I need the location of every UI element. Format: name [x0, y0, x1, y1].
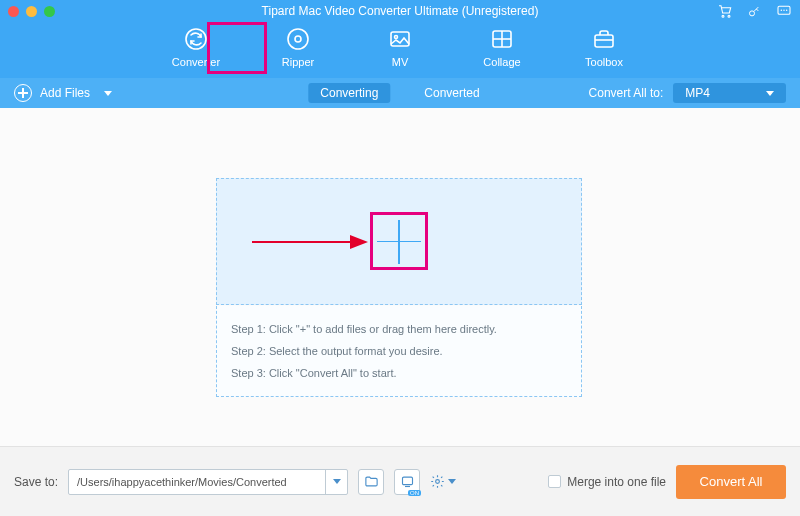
save-path-field[interactable] [68, 469, 348, 495]
svg-point-8 [395, 36, 398, 39]
close-window-button[interactable] [8, 6, 19, 17]
cart-icon[interactable] [717, 3, 733, 19]
svg-point-0 [722, 15, 724, 17]
add-files-label: Add Files [40, 86, 90, 100]
plus-circle-icon [14, 84, 32, 102]
convert-all-to-label: Convert All to: [589, 86, 664, 100]
chevron-down-icon [448, 479, 456, 484]
status-tabs: Converting Converted [308, 83, 491, 103]
drop-zone[interactable] [216, 178, 582, 305]
feedback-icon[interactable] [776, 3, 792, 19]
convert-all-to: Convert All to: MP4 [589, 83, 786, 103]
chevron-down-icon [104, 91, 112, 96]
mv-icon [387, 26, 413, 52]
merge-checkbox[interactable]: Merge into one file [548, 475, 666, 489]
window-title: Tipard Mac Video Converter Ultimate (Unr… [0, 4, 800, 18]
step-2: Step 2: Select the output format you des… [231, 340, 567, 362]
svg-point-2 [750, 10, 755, 15]
nav-label: MV [392, 56, 409, 68]
save-path-input[interactable] [69, 476, 325, 488]
svg-point-5 [288, 29, 308, 49]
minimize-window-button[interactable] [26, 6, 37, 17]
main-area: Step 1: Click "+" to add files or drag t… [0, 108, 800, 446]
nav-converter[interactable]: Converter [166, 26, 226, 68]
chevron-down-icon [333, 479, 341, 484]
tab-converted[interactable]: Converted [412, 83, 491, 103]
settings-button[interactable] [430, 469, 456, 495]
output-format-value: MP4 [685, 86, 710, 100]
convert-all-button[interactable]: Convert All [676, 465, 786, 499]
open-folder-button[interactable] [358, 469, 384, 495]
svg-point-18 [436, 480, 440, 484]
nav-label: Toolbox [585, 56, 623, 68]
instructions-panel: Step 1: Click "+" to add files or drag t… [216, 306, 582, 397]
key-icon[interactable] [747, 4, 762, 19]
converter-icon [183, 26, 209, 52]
tab-converting[interactable]: Converting [308, 83, 390, 103]
nav-label: Converter [172, 56, 220, 68]
svg-point-1 [728, 15, 730, 17]
footer-bar: Save to: ON Merge into one file Convert … [0, 446, 800, 516]
nav-collage[interactable]: Collage [472, 26, 532, 68]
checkbox-icon [548, 475, 561, 488]
svg-rect-12 [595, 35, 613, 47]
svg-point-6 [295, 36, 301, 42]
nav-ripper[interactable]: Ripper [268, 26, 328, 68]
titlebar: Tipard Mac Video Converter Ultimate (Unr… [0, 0, 800, 22]
collage-icon [489, 26, 515, 52]
toolbox-icon [591, 26, 617, 52]
save-path-dropdown[interactable] [325, 470, 347, 494]
main-nav: Converter Ripper MV Collage Toolbox [0, 22, 800, 78]
step-3: Step 3: Click "Convert All" to start. [231, 362, 567, 384]
nav-label: Collage [483, 56, 520, 68]
titlebar-actions [717, 3, 792, 19]
save-to-label: Save to: [14, 475, 58, 489]
merge-label: Merge into one file [567, 475, 666, 489]
nav-mv[interactable]: MV [370, 26, 430, 68]
ripper-icon [285, 26, 311, 52]
nav-toolbox[interactable]: Toolbox [574, 26, 634, 68]
zoom-window-button[interactable] [44, 6, 55, 17]
add-file-plus-button[interactable] [377, 220, 421, 264]
on-badge: ON [408, 490, 421, 496]
svg-point-4 [186, 29, 206, 49]
output-format-select[interactable]: MP4 [673, 83, 786, 103]
sub-toolbar: Add Files Converting Converted Convert A… [0, 78, 800, 108]
nav-label: Ripper [282, 56, 314, 68]
svg-rect-16 [402, 477, 412, 485]
gpu-accel-button[interactable]: ON [394, 469, 420, 495]
window-controls [8, 6, 55, 17]
add-files-button[interactable]: Add Files [14, 84, 112, 102]
chevron-down-icon [766, 91, 774, 96]
step-1: Step 1: Click "+" to add files or drag t… [231, 318, 567, 340]
